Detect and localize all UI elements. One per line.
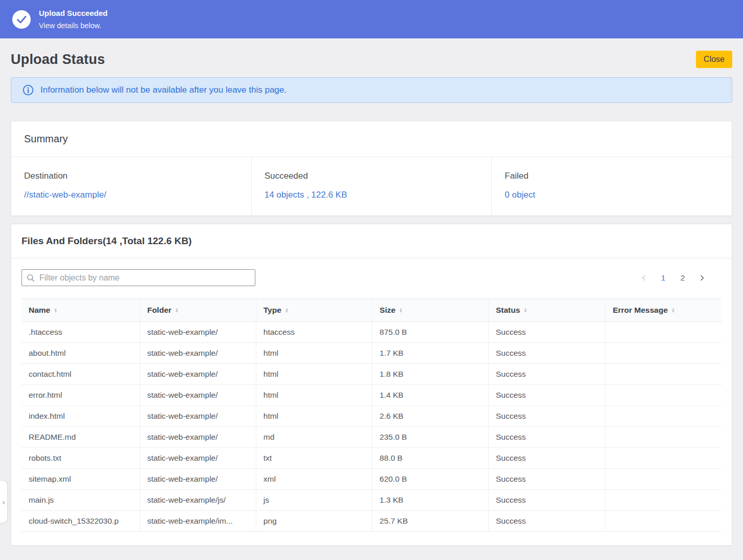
failed-label: Failed: [505, 171, 719, 181]
cell-type: html: [256, 364, 372, 385]
check-circle-icon: [12, 10, 31, 29]
table-row: error.html static-web-example/ html 1.4 …: [21, 385, 722, 406]
cell-type: htaccess: [256, 322, 372, 343]
column-header-error-message[interactable]: Error Message▲▼: [605, 299, 722, 322]
sort-icon: ▲▼: [175, 308, 179, 313]
summary-failed: Failed 0 object: [491, 157, 732, 216]
column-header-status[interactable]: Status▲▼: [488, 299, 605, 322]
cell-size: 620.0 B: [372, 469, 488, 490]
cell-type: html: [256, 343, 372, 364]
page-title: Upload Status: [11, 52, 105, 68]
summary-destination: Destination //static-web-example/: [11, 157, 251, 216]
cell-type: html: [256, 385, 372, 406]
cell-folder: static-web-example/: [140, 343, 256, 364]
cell-error: [605, 385, 722, 406]
files-title: Files And Folders(14 ,Total 122.6 KB): [11, 224, 732, 259]
cell-error: [605, 406, 722, 427]
cell-folder: static-web-example/im...: [140, 511, 256, 532]
page-header: Upload Status Close: [0, 38, 743, 77]
cell-type: md: [256, 427, 372, 448]
cell-size: 1.8 KB: [372, 364, 488, 385]
banner-subtitle: View details below.: [39, 21, 107, 30]
cell-size: 1.3 KB: [372, 490, 488, 511]
pagination-page-2[interactable]: 2: [675, 271, 690, 285]
cell-name: about.html: [21, 343, 140, 364]
summary-title: Summary: [11, 121, 732, 157]
sort-icon: ▲▼: [399, 308, 403, 313]
cell-folder: static-web-example/: [140, 406, 256, 427]
column-header-name[interactable]: Name▲▼: [21, 299, 140, 322]
table-row: .htaccess static-web-example/ htaccess 8…: [21, 322, 722, 343]
cell-folder: static-web-example/js/: [140, 490, 256, 511]
table-row: about.html static-web-example/ html 1.7 …: [21, 343, 722, 364]
cell-status: Success: [488, 511, 605, 532]
cell-size: 25.7 KB: [372, 511, 488, 532]
cell-status: Success: [488, 427, 605, 448]
cell-status: Success: [488, 322, 605, 343]
info-message: Information below will not be available …: [40, 85, 287, 95]
files-table: Name▲▼ Folder▲▼ Type▲▼ Size▲▼ Status▲▼ E…: [21, 298, 722, 532]
sort-icon: ▲▼: [671, 308, 675, 313]
cell-status: Success: [488, 364, 605, 385]
table-row: contact.html static-web-example/ html 1.…: [21, 364, 722, 385]
files-card: Files And Folders(14 ,Total 122.6 KB) 1 …: [11, 224, 732, 546]
cell-status: Success: [488, 490, 605, 511]
filter-objects-input[interactable]: [21, 269, 255, 286]
summary-succeeded: Succeeded 14 objects , 122.6 KB: [251, 157, 492, 216]
cell-folder: static-web-example/: [140, 364, 256, 385]
cell-name: .htaccess: [21, 322, 140, 343]
cell-size: 875.0 B: [372, 322, 488, 343]
search-icon: [27, 274, 35, 282]
cell-error: [605, 427, 722, 448]
cell-type: html: [256, 406, 372, 427]
cell-type: txt: [256, 448, 372, 469]
cell-folder: static-web-example/: [140, 427, 256, 448]
close-button[interactable]: Close: [696, 51, 732, 68]
sort-icon: ▲▼: [523, 308, 527, 313]
cell-error: [605, 343, 722, 364]
cell-name: sitemap.xml: [21, 469, 140, 490]
succeeded-value: 14 objects , 122.6 KB: [265, 190, 479, 200]
cell-name: README.md: [21, 427, 140, 448]
succeeded-label: Succeeded: [265, 171, 479, 181]
destination-label: Destination: [24, 171, 238, 181]
cell-name: error.html: [21, 385, 140, 406]
column-header-size[interactable]: Size▲▼: [372, 299, 488, 322]
table-row: cloud-switch_15322030.p static-web-examp…: [21, 511, 722, 532]
cell-folder: static-web-example/: [140, 385, 256, 406]
cell-type: js: [256, 490, 372, 511]
table-row: index.html static-web-example/ html 2.6 …: [21, 406, 722, 427]
chevron-right-icon: ›: [3, 498, 5, 506]
pagination: 1 2: [637, 271, 709, 285]
cell-status: Success: [488, 448, 605, 469]
pagination-page-1[interactable]: 1: [656, 271, 670, 285]
sort-icon: ▲▼: [285, 308, 289, 313]
column-header-folder[interactable]: Folder▲▼: [140, 299, 256, 322]
destination-link[interactable]: //static-web-example/: [24, 190, 106, 200]
cell-size: 2.6 KB: [372, 406, 488, 427]
cell-status: Success: [488, 469, 605, 490]
info-icon: [23, 84, 34, 96]
cell-type: xml: [256, 469, 372, 490]
cell-error: [605, 490, 722, 511]
table-row: sitemap.xml static-web-example/ xml 620.…: [21, 469, 722, 490]
cell-name: cloud-switch_15322030.p: [21, 511, 140, 532]
cell-status: Success: [488, 406, 605, 427]
upload-succeeded-banner: Upload Succeeded View details below.: [0, 0, 743, 38]
pagination-prev-icon[interactable]: [637, 271, 651, 285]
cell-folder: static-web-example/: [140, 469, 256, 490]
pagination-next-icon[interactable]: [695, 271, 709, 285]
failed-value: 0 object: [505, 190, 719, 200]
cell-name: robots.txt: [21, 448, 140, 469]
cell-name: main.js: [21, 490, 140, 511]
cell-error: [605, 511, 722, 532]
info-alert: Information below will not be available …: [11, 77, 732, 103]
column-header-type[interactable]: Type▲▼: [256, 299, 372, 322]
cell-status: Success: [488, 385, 605, 406]
sort-icon: ▲▼: [54, 308, 57, 313]
drawer-expand-handle[interactable]: ›: [0, 480, 8, 523]
cell-folder: static-web-example/: [140, 322, 256, 343]
cell-size: 1.7 KB: [372, 343, 488, 364]
cell-size: 88.0 B: [372, 448, 488, 469]
cell-error: [605, 364, 722, 385]
